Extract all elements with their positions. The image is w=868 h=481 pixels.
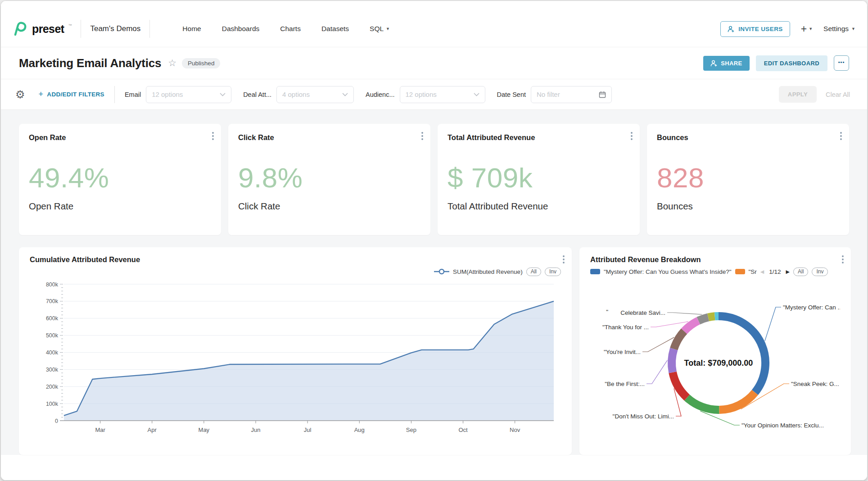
settings-label: Settings bbox=[823, 25, 849, 33]
nav-item-sql[interactable]: SQL ▼ bbox=[370, 25, 390, 33]
donut-slice[interactable] bbox=[674, 331, 684, 349]
kebab-menu-icon[interactable] bbox=[840, 132, 842, 140]
nav-item-charts[interactable]: Charts bbox=[280, 25, 301, 33]
nav-item-home[interactable]: Home bbox=[182, 25, 201, 33]
kpi-card-open-rate: Open Rate 49.4% Open Rate bbox=[19, 124, 221, 235]
svg-text:0: 0 bbox=[55, 418, 58, 424]
invite-users-button[interactable]: INVITE USERS bbox=[720, 21, 790, 37]
donut-slice-label: "Be the First:... bbox=[605, 381, 645, 387]
legend-swatch-blue[interactable] bbox=[590, 269, 600, 274]
legend-inv-pill[interactable]: Inv bbox=[812, 268, 828, 276]
donut-slice[interactable] bbox=[672, 349, 674, 372]
donut-chart-legend: "Mystery Offer: Can You Guess What's Ins… bbox=[590, 266, 840, 277]
legend-prev-page-icon[interactable]: ◀ bbox=[760, 269, 764, 274]
revenue-breakdown-donut-chart[interactable]: "Mystery Offer: Can ..."Sneak Peek: G...… bbox=[590, 277, 840, 446]
person-plus-icon bbox=[710, 60, 717, 67]
kpi-value: $ 709k bbox=[448, 162, 630, 194]
svg-text:Nov: Nov bbox=[510, 427, 520, 433]
filter-deal-select[interactable]: 4 options bbox=[276, 86, 354, 103]
filter-deal: Deal Att... 4 options bbox=[243, 86, 354, 103]
more-options-button[interactable]: ••• bbox=[834, 55, 849, 71]
brand-wordmark: preset bbox=[32, 23, 64, 36]
donut-slice-label: "Mystery Offer: Can ... bbox=[783, 304, 840, 311]
legend-swatch-orange[interactable] bbox=[735, 269, 745, 274]
donut-slice-label: "You're Invit... bbox=[604, 349, 641, 355]
clear-all-button[interactable]: Clear All bbox=[826, 91, 850, 98]
published-badge[interactable]: Published bbox=[182, 58, 220, 68]
svg-text:100k: 100k bbox=[46, 401, 59, 407]
donut-slice-label: "Your Opinion Matters: Exclu... bbox=[741, 422, 824, 429]
kpi-subtitle: Bounces bbox=[657, 201, 839, 212]
svg-text:300k: 300k bbox=[46, 367, 59, 373]
kpi-value: 9.8% bbox=[238, 162, 420, 194]
donut-slice-label: Celebrate Savi... bbox=[620, 309, 665, 316]
svg-text:Aug: Aug bbox=[354, 427, 365, 433]
add-edit-filters-button[interactable]: + ADD/EDIT FILTERS bbox=[39, 90, 104, 99]
dashboard-bottom-strip bbox=[1, 455, 867, 480]
nav-divider-2 bbox=[149, 20, 150, 38]
cumulative-revenue-area-chart[interactable]: 0100k200k300k400k500k600k700k800kMarAprM… bbox=[30, 277, 561, 446]
line-series-marker-icon[interactable] bbox=[434, 268, 449, 275]
donut-slice-label: "Don't Miss Out: Limi... bbox=[613, 413, 674, 420]
donut-slice-label: " bbox=[606, 309, 608, 315]
add-edit-filters-label: ADD/EDIT FILTERS bbox=[47, 91, 104, 98]
svg-text:500k: 500k bbox=[46, 332, 59, 339]
workspace-name[interactable]: Team's Demos bbox=[90, 24, 140, 33]
line-series-label[interactable]: SUM(Attributed Revenue) bbox=[453, 268, 523, 275]
donut-slice[interactable] bbox=[684, 321, 699, 331]
svg-text:Apr: Apr bbox=[148, 427, 157, 433]
kpi-title: Click Rate bbox=[238, 133, 420, 142]
brand-tm: ™ bbox=[68, 23, 72, 27]
legend-all-pill[interactable]: All bbox=[526, 268, 541, 276]
svg-text:Sep: Sep bbox=[406, 427, 416, 433]
legend-inv-pill[interactable]: Inv bbox=[545, 268, 561, 276]
legend-next-page-icon[interactable]: ▶ bbox=[786, 269, 790, 274]
kebab-menu-icon[interactable] bbox=[842, 255, 844, 263]
filter-audience-select[interactable]: 12 options bbox=[400, 86, 485, 103]
filter-date-sent: Date Sent No filter bbox=[497, 86, 612, 103]
kpi-title: Total Attributed Revenue bbox=[448, 133, 630, 142]
kebab-menu-icon[interactable] bbox=[421, 132, 423, 140]
gear-icon[interactable]: ⚙ bbox=[15, 89, 25, 100]
filter-email-select[interactable]: 12 options bbox=[146, 86, 231, 103]
filter-email: Email 12 options bbox=[125, 86, 231, 103]
svg-text:Mar: Mar bbox=[95, 427, 105, 433]
legend-item-label[interactable]: "Mystery Offer: Can You Guess What's Ins… bbox=[604, 268, 732, 275]
new-item-button[interactable]: + ▼ bbox=[801, 24, 813, 34]
chevron-down-icon bbox=[220, 93, 226, 96]
app-window: preset™ Team's Demos Home Dashboards Cha… bbox=[0, 0, 868, 481]
svg-text:600k: 600k bbox=[46, 315, 59, 322]
legend-item-label[interactable]: "Sr bbox=[749, 268, 757, 275]
edit-dashboard-button[interactable]: EDIT DASHBOARD bbox=[756, 55, 827, 71]
nav-right: INVITE USERS + ▼ Settings ▼ bbox=[720, 21, 855, 37]
kpi-title: Open Rate bbox=[29, 133, 211, 142]
nav-item-datasets[interactable]: Datasets bbox=[321, 25, 349, 33]
filter-date-sent-input[interactable]: No filter bbox=[531, 86, 612, 103]
kebab-menu-icon[interactable] bbox=[212, 132, 214, 140]
settings-menu[interactable]: Settings ▼ bbox=[823, 25, 855, 33]
nav-divider bbox=[81, 20, 81, 38]
svg-text:200k: 200k bbox=[46, 384, 59, 390]
kebab-menu-icon[interactable] bbox=[631, 132, 633, 140]
share-label: SHARE bbox=[721, 60, 742, 67]
favorite-star-icon[interactable]: ☆ bbox=[168, 58, 176, 68]
kebab-menu-icon[interactable] bbox=[563, 255, 565, 263]
donut-slice[interactable] bbox=[719, 316, 765, 392]
chevron-down-icon: ▼ bbox=[386, 27, 390, 31]
share-button[interactable]: SHARE bbox=[703, 56, 750, 71]
donut-slice[interactable] bbox=[698, 318, 708, 321]
chevron-down-icon bbox=[342, 93, 348, 96]
plus-icon: + bbox=[801, 24, 807, 34]
donut-slice[interactable] bbox=[708, 316, 715, 317]
nav-item-dashboards[interactable]: Dashboards bbox=[222, 25, 260, 33]
legend-all-pill[interactable]: All bbox=[793, 268, 808, 276]
kpi-subtitle: Open Rate bbox=[29, 201, 211, 212]
filter-deal-value: 4 options bbox=[282, 91, 310, 98]
donut-slice[interactable] bbox=[673, 372, 687, 398]
preset-logo[interactable]: preset™ bbox=[13, 21, 72, 36]
invite-users-label: INVITE USERS bbox=[738, 26, 783, 32]
apply-filters-button[interactable]: APPLY bbox=[779, 86, 817, 103]
donut-slice[interactable] bbox=[719, 392, 755, 410]
person-plus-icon bbox=[728, 26, 734, 32]
donut-slice[interactable] bbox=[687, 398, 719, 410]
